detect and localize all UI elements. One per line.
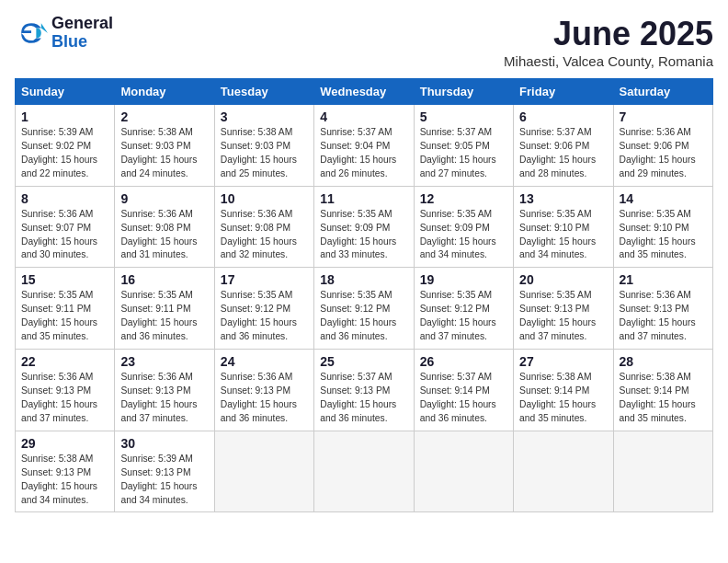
day-2: 2Sunrise: 5:38 AMSunset: 9:03 PMDaylight… [115, 105, 214, 187]
day-number: 4 [320, 109, 407, 124]
day-info: Sunrise: 5:37 AMSunset: 9:05 PMDaylight:… [420, 126, 507, 181]
day-number: 25 [320, 354, 407, 369]
day-info: Sunrise: 5:36 AMSunset: 9:06 PMDaylight:… [620, 126, 707, 181]
day-cell [414, 431, 513, 512]
day-cell: 22Sunrise: 5:36 AMSunset: 9:13 PMDayligh… [16, 350, 115, 431]
day-number: 5 [420, 109, 507, 124]
day-number: 3 [221, 109, 308, 124]
day-number: 15 [21, 272, 108, 287]
day-cell: 16Sunrise: 5:35 AMSunset: 9:11 PMDayligh… [115, 268, 214, 350]
day-info: Sunrise: 5:35 AMSunset: 9:09 PMDaylight:… [420, 208, 507, 263]
day-number: 27 [519, 354, 607, 369]
day-info: Sunrise: 5:35 AMSunset: 9:13 PMDaylight:… [519, 289, 607, 344]
day-info: Sunrise: 5:38 AMSunset: 9:14 PMDaylight:… [620, 371, 707, 426]
day-cell: 27Sunrise: 5:38 AMSunset: 9:14 PMDayligh… [514, 350, 613, 431]
day-7: 7Sunrise: 5:36 AMSunset: 9:06 PMDaylight… [613, 105, 712, 187]
day-info: Sunrise: 5:35 AMSunset: 9:12 PMDaylight:… [420, 289, 507, 344]
day-number: 13 [519, 191, 607, 206]
day-info: Sunrise: 5:36 AMSunset: 9:13 PMDaylight:… [120, 371, 208, 426]
header-thursday: Thursday [414, 79, 513, 105]
svg-marker-0 [41, 23, 48, 33]
calendar-table: Sunday Monday Tuesday Wednesday Thursday… [15, 78, 713, 512]
week-row-2: 8Sunrise: 5:36 AMSunset: 9:07 PMDaylight… [16, 186, 713, 268]
day-info: Sunrise: 5:35 AMSunset: 9:11 PMDaylight:… [21, 289, 108, 344]
day-info: Sunrise: 5:36 AMSunset: 9:08 PMDaylight:… [221, 208, 308, 263]
day-cell: 12Sunrise: 5:35 AMSunset: 9:09 PMDayligh… [414, 186, 513, 268]
day-info: Sunrise: 5:36 AMSunset: 9:08 PMDaylight:… [120, 208, 208, 263]
week-row-4: 22Sunrise: 5:36 AMSunset: 9:13 PMDayligh… [16, 350, 713, 431]
calendar-subtitle: Mihaesti, Valcea County, Romania [504, 53, 713, 69]
day-info: Sunrise: 5:35 AMSunset: 9:12 PMDaylight:… [221, 289, 308, 344]
day-3: 3Sunrise: 5:38 AMSunset: 9:03 PMDaylight… [214, 105, 313, 187]
day-info: Sunrise: 5:38 AMSunset: 9:14 PMDaylight:… [519, 371, 607, 426]
day-cell [514, 431, 613, 512]
day-cell: 29Sunrise: 5:38 AMSunset: 9:13 PMDayligh… [16, 431, 115, 512]
week-row-1: 1Sunrise: 5:39 AMSunset: 9:02 PMDaylight… [16, 105, 713, 187]
day-info: Sunrise: 5:38 AMSunset: 9:13 PMDaylight:… [21, 453, 108, 508]
day-number: 12 [420, 191, 507, 206]
day-info: Sunrise: 5:38 AMSunset: 9:03 PMDaylight:… [120, 126, 208, 181]
day-info: Sunrise: 5:36 AMSunset: 9:13 PMDaylight:… [21, 371, 108, 426]
day-cell: 21Sunrise: 5:36 AMSunset: 9:13 PMDayligh… [613, 268, 712, 350]
day-number: 14 [620, 191, 707, 206]
day-5: 5Sunrise: 5:37 AMSunset: 9:05 PMDaylight… [414, 105, 513, 187]
day-info: Sunrise: 5:35 AMSunset: 9:10 PMDaylight:… [620, 208, 707, 263]
day-cell: 23Sunrise: 5:36 AMSunset: 9:13 PMDayligh… [115, 350, 214, 431]
week-row-5: 29Sunrise: 5:38 AMSunset: 9:13 PMDayligh… [16, 431, 713, 512]
day-number: 2 [120, 109, 208, 124]
day-info: Sunrise: 5:36 AMSunset: 9:13 PMDaylight:… [221, 371, 308, 426]
day-number: 1 [21, 109, 108, 124]
day-cell: 24Sunrise: 5:36 AMSunset: 9:13 PMDayligh… [214, 350, 313, 431]
day-cell: 9Sunrise: 5:36 AMSunset: 9:08 PMDaylight… [115, 186, 214, 268]
day-4: 4Sunrise: 5:37 AMSunset: 9:04 PMDaylight… [314, 105, 414, 187]
day-number: 22 [21, 354, 108, 369]
day-number: 19 [420, 272, 507, 287]
logo-text: GeneralBlue [51, 15, 113, 52]
day-info: Sunrise: 5:39 AMSunset: 9:13 PMDaylight:… [120, 453, 208, 508]
week-row-3: 15Sunrise: 5:35 AMSunset: 9:11 PMDayligh… [16, 268, 713, 350]
day-info: Sunrise: 5:39 AMSunset: 9:02 PMDaylight:… [21, 126, 108, 181]
day-number: 7 [620, 109, 707, 124]
logo-icon [15, 17, 48, 50]
day-cell: 19Sunrise: 5:35 AMSunset: 9:12 PMDayligh… [414, 268, 513, 350]
day-number: 16 [120, 272, 208, 287]
day-cell: 18Sunrise: 5:35 AMSunset: 9:12 PMDayligh… [314, 268, 414, 350]
day-number: 30 [120, 436, 208, 451]
day-cell: 17Sunrise: 5:35 AMSunset: 9:12 PMDayligh… [214, 268, 313, 350]
day-cell [214, 431, 313, 512]
day-number: 24 [221, 354, 308, 369]
day-info: Sunrise: 5:37 AMSunset: 9:13 PMDaylight:… [320, 371, 407, 426]
day-number: 6 [519, 109, 607, 124]
day-cell: 11Sunrise: 5:35 AMSunset: 9:09 PMDayligh… [314, 186, 414, 268]
day-cell: 15Sunrise: 5:35 AMSunset: 9:11 PMDayligh… [16, 268, 115, 350]
day-6: 6Sunrise: 5:37 AMSunset: 9:06 PMDaylight… [514, 105, 613, 187]
title-block: June 2025 Mihaesti, Valcea County, Roman… [504, 15, 713, 69]
day-cell [314, 431, 414, 512]
day-cell [613, 431, 712, 512]
header-sunday: Sunday [16, 79, 115, 105]
day-cell: 14Sunrise: 5:35 AMSunset: 9:10 PMDayligh… [613, 186, 712, 268]
day-cell: 8Sunrise: 5:36 AMSunset: 9:07 PMDaylight… [16, 186, 115, 268]
day-number: 17 [221, 272, 308, 287]
day-info: Sunrise: 5:37 AMSunset: 9:14 PMDaylight:… [420, 371, 507, 426]
header-row: Sunday Monday Tuesday Wednesday Thursday… [16, 79, 713, 105]
day-cell: 20Sunrise: 5:35 AMSunset: 9:13 PMDayligh… [514, 268, 613, 350]
day-info: Sunrise: 5:36 AMSunset: 9:13 PMDaylight:… [620, 289, 707, 344]
day-info: Sunrise: 5:35 AMSunset: 9:10 PMDaylight:… [519, 208, 607, 263]
header-wednesday: Wednesday [314, 79, 414, 105]
day-cell: 30Sunrise: 5:39 AMSunset: 9:13 PMDayligh… [115, 431, 214, 512]
day-cell: 13Sunrise: 5:35 AMSunset: 9:10 PMDayligh… [514, 186, 613, 268]
page-header: GeneralBlue June 2025 Mihaesti, Valcea C… [15, 15, 713, 69]
header-monday: Monday [115, 79, 214, 105]
day-cell: 10Sunrise: 5:36 AMSunset: 9:08 PMDayligh… [214, 186, 313, 268]
header-saturday: Saturday [613, 79, 712, 105]
day-info: Sunrise: 5:36 AMSunset: 9:07 PMDaylight:… [21, 208, 108, 263]
day-info: Sunrise: 5:35 AMSunset: 9:11 PMDaylight:… [120, 289, 208, 344]
day-info: Sunrise: 5:35 AMSunset: 9:12 PMDaylight:… [320, 289, 407, 344]
day-number: 11 [320, 191, 407, 206]
day-number: 26 [420, 354, 507, 369]
day-number: 20 [519, 272, 607, 287]
day-1: 1Sunrise: 5:39 AMSunset: 9:02 PMDaylight… [16, 105, 115, 187]
day-number: 28 [620, 354, 707, 369]
day-info: Sunrise: 5:35 AMSunset: 9:09 PMDaylight:… [320, 208, 407, 263]
